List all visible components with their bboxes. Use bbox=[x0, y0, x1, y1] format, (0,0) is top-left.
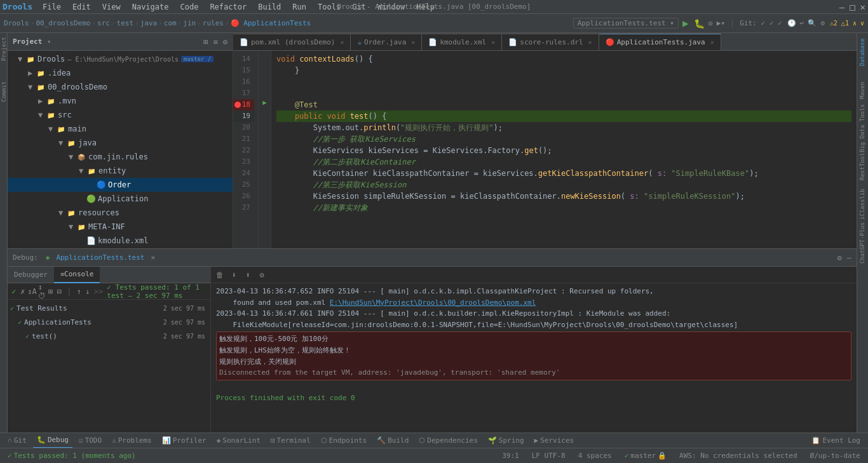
bottom-endpoints[interactable]: ⬡ Endpoints bbox=[317, 433, 371, 448]
tool-down[interactable]: ↓ bbox=[84, 285, 92, 298]
tab-order[interactable]: ☕ Order.java ✕ bbox=[351, 34, 422, 50]
breadcrumb-drools[interactable]: Drools bbox=[4, 19, 29, 27]
tab-pom[interactable]: 📄 pom.xml (droolsDemo) ✕ bbox=[233, 34, 351, 50]
search-btn[interactable]: 🔍 bbox=[808, 19, 817, 27]
breadcrumb-demo[interactable]: 00_droolsDemo bbox=[36, 19, 90, 27]
bottom-profiler[interactable]: 📊 Profiler bbox=[158, 433, 210, 448]
tree-main[interactable]: ▼ 📁 main bbox=[8, 122, 233, 136]
breadcrumb-current[interactable]: 🔴 ApplicationTests bbox=[231, 19, 311, 27]
code-content[interactable]: void contextLoads() { } @Test bbox=[271, 51, 857, 248]
breadcrumb-test[interactable]: test bbox=[117, 19, 134, 27]
kmodule-tab-close[interactable]: ✕ bbox=[491, 39, 495, 46]
sidebar-layout-btn[interactable]: ⊞ bbox=[203, 37, 208, 46]
sidebar-collapse-btn[interactable]: ≡ bbox=[214, 37, 218, 46]
right-panel-iclasslib[interactable]: iClasslib bbox=[857, 185, 867, 224]
right-panel-maven[interactable]: Maven bbox=[857, 71, 867, 109]
console-tab[interactable]: ≡ Console bbox=[54, 267, 100, 283]
score-tab-close[interactable]: ✕ bbox=[588, 39, 592, 46]
tool-pass[interactable]: ✓ bbox=[10, 285, 18, 298]
position-indicator[interactable]: 39:1 bbox=[499, 452, 522, 460]
menu-build[interactable]: Build bbox=[253, 1, 286, 13]
branch-indicator[interactable]: ✓ master 🔒 bbox=[622, 452, 669, 460]
ln-18[interactable]: 18 bbox=[233, 99, 254, 111]
maximize-btn[interactable]: □ bbox=[850, 2, 855, 12]
order-tab-close[interactable]: ✕ bbox=[411, 39, 415, 46]
tree-root[interactable]: ▼ 📁 Drools – E:\HundSun\MyProject\Drools… bbox=[8, 52, 233, 66]
menu-view[interactable]: View bbox=[97, 1, 126, 13]
run-test-icon[interactable]: ▶ bbox=[262, 98, 267, 107]
debug-run-config[interactable]: ApplicationTests.test bbox=[56, 253, 144, 262]
commit-strip-label[interactable]: Commit bbox=[1, 77, 7, 106]
undo-btn[interactable]: ↩ bbox=[800, 19, 804, 27]
tool-expand[interactable]: ⊞ bbox=[47, 285, 55, 298]
console-clear[interactable]: 🗑 bbox=[214, 269, 226, 281]
bottom-build[interactable]: 🔨 Build bbox=[373, 433, 412, 448]
bottom-sonarlint[interactable]: ◈ SonarLint bbox=[213, 433, 264, 448]
tool-up[interactable]: ↑ bbox=[75, 285, 83, 298]
run-button[interactable]: ▶ bbox=[681, 16, 690, 30]
console-settings[interactable]: ⚙ bbox=[255, 269, 268, 281]
debug-minimize-btn[interactable]: — bbox=[847, 253, 851, 262]
tree-order[interactable]: 🔵 Order bbox=[8, 178, 233, 192]
menu-code[interactable]: Code bbox=[175, 1, 203, 13]
more-run-btn[interactable]: ▶▾ bbox=[717, 19, 725, 27]
run-config-selector[interactable]: ApplicationTests.test ▾ bbox=[573, 18, 679, 29]
close-btn[interactable]: ✕ bbox=[860, 2, 865, 12]
debug-tab-close[interactable]: ✕ bbox=[151, 253, 155, 262]
breadcrumb-rules[interactable]: rules bbox=[203, 19, 224, 27]
tree-entity[interactable]: ▼ 📁 entity bbox=[8, 164, 233, 178]
menu-file[interactable]: File bbox=[37, 1, 66, 13]
test-status[interactable]: ✓ Tests passed: 1 (moments ago) bbox=[5, 452, 139, 460]
right-panel-resttool[interactable]: RestTool bbox=[857, 147, 867, 185]
test-group[interactable]: ✓ Test Results 2 sec 97 ms bbox=[8, 301, 210, 315]
breadcrumb-jin[interactable]: jin bbox=[183, 19, 196, 27]
right-panel-chatgpt[interactable]: ChatGPT-Plus bbox=[857, 224, 867, 262]
breadcrumb-src[interactable]: src bbox=[97, 19, 110, 27]
debug-settings-btn[interactable]: ⚙ bbox=[837, 253, 842, 262]
aws-indicator[interactable]: AWS: No credentials selected bbox=[677, 452, 799, 460]
bottom-event-log[interactable]: 📋 Event Log bbox=[808, 433, 864, 448]
menu-run[interactable]: Run bbox=[287, 1, 311, 13]
tab-kmodule[interactable]: 📄 kmodule.xml ✕ bbox=[422, 34, 502, 50]
tool-collapse[interactable]: ⊟ bbox=[56, 285, 64, 298]
test-class[interactable]: ✓ ApplicationTests 2 sec 97 ms bbox=[8, 315, 210, 329]
right-panel-bigdata[interactable]: Big Data Tools bbox=[857, 109, 867, 147]
pom-link[interactable]: E:\HundSun\MyProject\Drools\00_droolsDem… bbox=[330, 299, 536, 307]
minimize-btn[interactable]: — bbox=[839, 2, 844, 12]
apptest-tab-close[interactable]: ✕ bbox=[710, 39, 714, 46]
tree-application[interactable]: 🟢 Application bbox=[8, 192, 233, 206]
tree-kmodule[interactable]: 📄 kmodule.xml bbox=[8, 234, 233, 248]
encoding-indicator[interactable]: LF UTF-8 bbox=[529, 452, 568, 460]
indent-indicator[interactable]: 4 spaces bbox=[576, 452, 614, 460]
tree-meta-inf[interactable]: ▼ 📁 META-INF bbox=[8, 220, 233, 234]
menu-navigate[interactable]: Navigate bbox=[127, 1, 174, 13]
bottom-debug[interactable]: 🐛 Debug bbox=[33, 433, 72, 448]
menu-edit[interactable]: Edit bbox=[67, 1, 96, 13]
tool-fail[interactable]: ✗ bbox=[19, 285, 27, 298]
bottom-problems[interactable]: ⚠ Problems bbox=[108, 433, 156, 448]
coverage-button[interactable]: ⊙ bbox=[709, 19, 713, 28]
tab-apptest[interactable]: 🔴 ApplicationTests.java ✕ bbox=[599, 34, 721, 50]
sidebar-more-btn[interactable]: ⚙ bbox=[223, 37, 227, 46]
breadcrumb-java[interactable]: java bbox=[140, 19, 158, 27]
tree-src[interactable]: ▼ 📁 src bbox=[8, 108, 233, 122]
console-scroll-end[interactable]: ⬇ bbox=[227, 269, 240, 281]
bottom-todo[interactable]: ☑ TODO bbox=[75, 433, 105, 448]
gi-18[interactable]: ▶ bbox=[259, 97, 271, 108]
breadcrumb-com[interactable]: com bbox=[164, 19, 177, 27]
settings-btn[interactable]: ⚙ bbox=[820, 19, 825, 27]
debug-button[interactable]: 🐛 bbox=[694, 18, 705, 29]
test-method[interactable]: ✓ test() 2 sec 97 ms bbox=[8, 329, 210, 343]
git-indicator[interactable]: Git: ✓ ✓ ✓ bbox=[740, 19, 782, 27]
bottom-spring[interactable]: 🌱 Spring bbox=[484, 433, 528, 448]
console-scroll-start[interactable]: ⬆ bbox=[241, 269, 254, 281]
tool-sort-alpha[interactable]: ↕A bbox=[27, 285, 36, 298]
pom-tab-close[interactable]: ✕ bbox=[340, 39, 344, 46]
bottom-terminal[interactable]: ⊡ Terminal bbox=[267, 433, 315, 448]
debugger-tab[interactable]: Debugger bbox=[8, 267, 54, 283]
project-strip-label[interactable]: Project bbox=[1, 33, 7, 65]
tree-idea[interactable]: ▶ 📁 .idea bbox=[8, 66, 233, 80]
tree-mvn[interactable]: ▶ 📁 .mvn bbox=[8, 94, 233, 108]
tree-resources[interactable]: ▼ 📁 resources bbox=[8, 206, 233, 220]
uptodate-indicator[interactable]: Ø/up-to-date bbox=[808, 452, 863, 460]
